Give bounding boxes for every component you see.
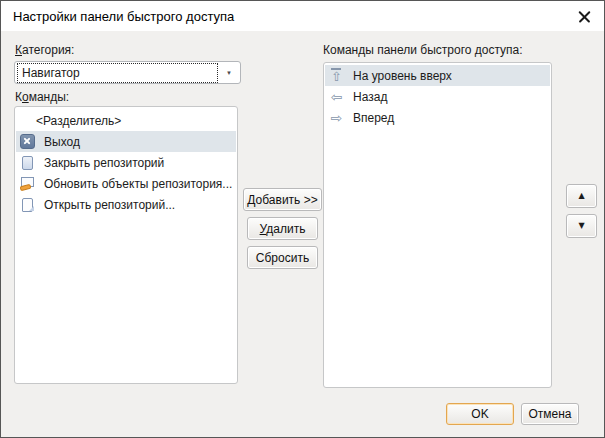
item-label: На уровень вверх: [353, 69, 452, 83]
category-label-post: атегория:: [22, 43, 74, 57]
list-item[interactable]: Назад: [325, 86, 550, 107]
item-label: Назад: [353, 90, 387, 104]
back-icon: [329, 89, 344, 104]
list-item[interactable]: Вперед: [325, 107, 550, 128]
quick-access-settings-dialog: Настройки панели быстрого доступа Катего…: [0, 0, 605, 438]
reset-button[interactable]: Сбросить: [247, 246, 318, 269]
triangle-up-icon: ▲: [578, 192, 584, 200]
exit-icon: [20, 134, 35, 149]
open-doc-icon: [20, 197, 35, 212]
remove-label: Удалить: [260, 222, 306, 236]
move-down-button[interactable]: ▼: [566, 214, 597, 238]
qat-commands-list: На уровень вверх Назад Вперед: [323, 62, 552, 388]
item-label: Закрыть репозиторий: [44, 156, 164, 170]
cancel-button[interactable]: Отмена: [521, 403, 579, 425]
item-label: Открыть репозиторий...: [44, 198, 175, 212]
remove-label-post: далить: [266, 222, 305, 236]
close-doc-icon: [20, 155, 35, 170]
commands-label-pre: К: [15, 90, 22, 104]
remove-button[interactable]: Удалить: [247, 217, 318, 240]
qat-commands-label: Команды панели быстрого доступа:: [323, 43, 523, 57]
titlebar[interactable]: Настройки панели быстрого доступа: [1, 1, 604, 31]
item-label: <Разделитель>: [36, 114, 121, 128]
commands-label: Команды:: [15, 90, 69, 104]
list-item[interactable]: На уровень вверх: [325, 65, 550, 86]
close-icon: [578, 10, 591, 23]
category-dropdown-button[interactable]: ▼: [218, 62, 240, 83]
ok-button[interactable]: OK: [446, 403, 514, 425]
commands-list: <Разделитель> Выход Закрыть репозиторий …: [14, 106, 238, 384]
list-item[interactable]: <Разделитель>: [16, 110, 236, 131]
add-label-mnemonic: Д: [247, 193, 255, 207]
item-label: Обновить объекты репозитория...: [44, 177, 232, 191]
list-item[interactable]: Обновить объекты репозитория...: [16, 173, 236, 194]
triangle-down-icon: ▼: [578, 222, 584, 230]
cancel-label: Отмена: [528, 407, 571, 421]
item-label: Вперед: [353, 111, 394, 125]
reset-label: Сбросить: [256, 251, 309, 265]
item-label: Выход: [44, 135, 80, 149]
commands-label-mnemonic: о: [22, 90, 29, 104]
commands-label-post: манды:: [29, 90, 70, 104]
category-select[interactable]: Навигатор ▼: [14, 61, 241, 84]
list-item[interactable]: Открыть репозиторий...: [16, 194, 236, 215]
refresh-icon: [20, 176, 35, 191]
chevron-down-icon: ▼: [226, 70, 232, 76]
forward-icon: [329, 110, 344, 125]
item-icon: [20, 113, 27, 128]
move-up-button[interactable]: ▲: [566, 184, 597, 208]
close-button[interactable]: [568, 1, 600, 31]
category-value: Навигатор: [17, 63, 218, 83]
list-item[interactable]: Выход: [16, 131, 236, 152]
ok-label: OK: [471, 407, 488, 421]
add-label: Добавить >>: [247, 193, 317, 207]
list-item[interactable]: Закрыть репозиторий: [16, 152, 236, 173]
category-label: Категория:: [15, 43, 74, 57]
level-up-icon: [329, 68, 344, 83]
add-label-post: обавить >>: [256, 193, 318, 207]
window-title: Настройки панели быстрого доступа: [13, 9, 234, 24]
add-button[interactable]: Добавить >>: [243, 188, 322, 211]
category-label-mnemonic: К: [15, 43, 22, 57]
